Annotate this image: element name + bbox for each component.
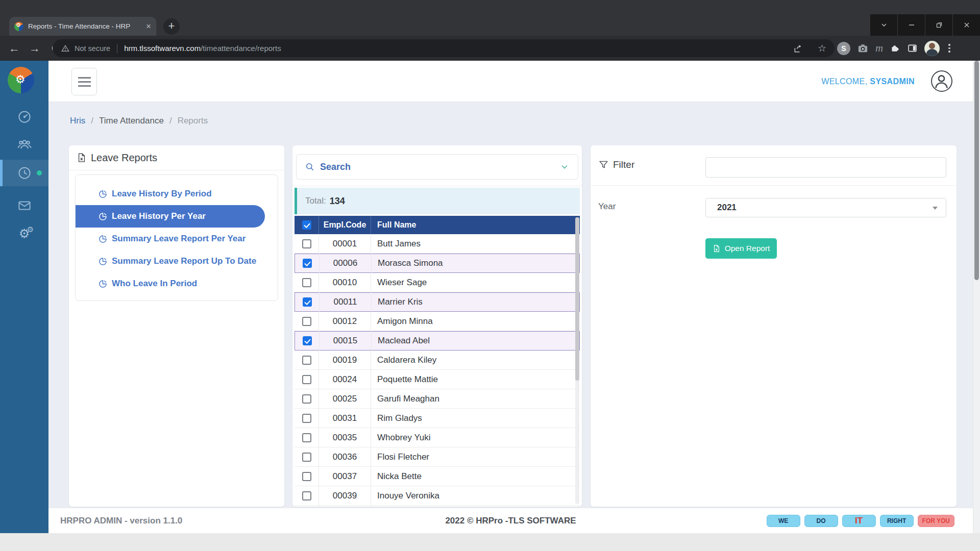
window-restore-icon[interactable] (925, 14, 952, 36)
sidebar-item-employees[interactable] (0, 132, 48, 158)
url-path: /timeattendance/reports (201, 44, 281, 53)
filter-input[interactable] (705, 157, 946, 178)
forward-icon[interactable]: → (24, 36, 45, 61)
search-collapse-header[interactable]: Search (296, 154, 578, 180)
select-caret-icon (933, 207, 938, 210)
page-scrollbar[interactable] (973, 61, 980, 533)
breadcrumb-reports: Reports (178, 116, 208, 126)
sidebar-item-dashboard[interactable] (0, 104, 48, 130)
sidebar-item-settings[interactable]: ⚙⚙ (0, 220, 48, 247)
open-report-button[interactable]: Open Report (705, 238, 777, 259)
row-checkbox[interactable] (303, 259, 312, 268)
employee-row[interactable]: 00015 Maclead Abel (295, 331, 580, 350)
employee-row[interactable]: 00031 Rim Gladys (295, 409, 580, 428)
window-minimize-icon[interactable] (897, 14, 925, 36)
window-chevron-icon[interactable] (870, 14, 897, 36)
app-footer: HRPRO ADMIN - version 1.1.0 2022 © HRPro… (48, 508, 973, 533)
pie-chart-icon (99, 280, 107, 288)
employee-table-body: 00001 Butt James 00006 Morasca Simona 00… (295, 234, 580, 506)
row-checkbox[interactable] (302, 317, 311, 326)
employee-row[interactable]: 00037 Nicka Bette (295, 467, 580, 486)
menu-item-label: Summary Leave Report Per Year (112, 234, 246, 244)
employee-name: Wieser Sage (371, 273, 580, 292)
employee-table-header: Empl.Code Full Name (295, 216, 580, 234)
employee-row[interactable]: 00036 Flosi Fletcher (295, 447, 580, 467)
app-logo[interactable] (8, 67, 34, 93)
year-label: Year (598, 202, 616, 212)
side-panel-icon[interactable] (907, 43, 918, 54)
back-icon[interactable]: ← (4, 36, 24, 61)
row-checkbox[interactable] (303, 297, 312, 307)
employee-row[interactable]: 00025 Garufi Meaghan (295, 389, 580, 409)
row-checkbox[interactable] (303, 336, 312, 345)
employee-name: Garufi Meaghan (371, 389, 580, 409)
site-favicon-icon (14, 22, 23, 31)
row-checkbox[interactable] (302, 278, 311, 287)
employee-code: 00011 (319, 292, 371, 312)
employee-row[interactable]: 00012 Amigon Minna (295, 312, 580, 331)
year-select[interactable]: 2021 (705, 198, 946, 217)
security-label: Not secure (75, 44, 110, 53)
leave-report-menu-item[interactable]: Who Leave In Period (76, 272, 265, 295)
leave-report-menu-item[interactable]: Summary Leave Report Per Year (76, 228, 265, 250)
total-bar: Total: 134 (295, 188, 580, 214)
new-tab-button[interactable]: + (163, 18, 180, 35)
browser-window: Reports - Time Attendance - HRP × + ← → (0, 0, 980, 551)
row-checkbox[interactable] (302, 356, 311, 365)
table-scrollbar[interactable] (575, 217, 579, 504)
dashboard-gauge-icon (17, 109, 32, 124)
employee-row[interactable]: 00019 Caldarera Kiley (295, 350, 580, 370)
row-checkbox[interactable] (302, 239, 311, 248)
chevron-down-icon[interactable] (559, 162, 570, 172)
sidebar-item-mail-reports[interactable] (0, 192, 48, 219)
window-close-icon[interactable] (952, 14, 980, 36)
employee-name: Inouye Veronika (371, 486, 580, 506)
column-header-name: Full Name (371, 216, 580, 234)
row-checkbox[interactable] (302, 433, 311, 442)
employee-row[interactable]: 00039 Inouye Veronika (295, 486, 580, 506)
breadcrumb-hris[interactable]: Hris (70, 116, 85, 126)
address-bar[interactable]: Not secure hrm.tlssoftwarevn.com /timeat… (53, 39, 835, 57)
row-checkbox[interactable] (302, 394, 311, 404)
sidebar-item-time-attendance[interactable] (0, 160, 48, 186)
extensions-puzzle-icon[interactable] (890, 43, 900, 54)
pie-chart-icon (99, 257, 107, 266)
breadcrumb-time-attendance[interactable]: Time Attendance (99, 116, 164, 126)
browser-toolbar: ← → Not secure hrm.tlssoftwarevn.com /ti… (0, 36, 980, 61)
pie-chart-icon (99, 235, 107, 243)
employee-row[interactable]: 00011 Marrier Kris (295, 292, 580, 312)
select-all-checkbox[interactable] (302, 220, 311, 230)
row-checkbox[interactable] (302, 453, 311, 462)
screenshot-extension-icon[interactable] (857, 42, 869, 54)
employee-row[interactable]: 00006 Morasca Simona (295, 254, 580, 273)
row-checkbox[interactable] (302, 472, 311, 481)
m-extension-icon[interactable]: m (875, 42, 883, 55)
report-file-icon (77, 153, 87, 163)
search-icon (305, 162, 315, 172)
row-checkbox[interactable] (302, 375, 311, 384)
row-checkbox[interactable] (302, 414, 311, 423)
leave-report-menu-item[interactable]: Leave History By Period (76, 183, 265, 205)
omnibox-divider (117, 44, 117, 53)
footer-badge: IT (842, 515, 876, 527)
leave-report-menu-item[interactable]: Summary Leave Report Up To Date (76, 250, 265, 272)
share-icon[interactable] (793, 43, 803, 54)
tab-close-icon[interactable]: × (146, 22, 151, 31)
employee-name: Caldarera Kiley (371, 350, 580, 370)
employee-code: 00006 (319, 254, 371, 273)
user-avatar-button[interactable] (931, 70, 952, 92)
browser-profile-avatar[interactable] (924, 41, 940, 56)
employee-row[interactable]: 00024 Poquette Mattie (295, 370, 580, 389)
breadcrumb: Hris / Time Attendance / Reports (70, 116, 208, 126)
bookmark-star-icon[interactable]: ☆ (818, 42, 826, 54)
skype-extension-icon[interactable]: S (837, 42, 850, 55)
menu-toggle-button[interactable] (71, 68, 97, 95)
browser-tab[interactable]: Reports - Time Attendance - HRP × (9, 17, 156, 36)
employee-row[interactable]: 00010 Wieser Sage (295, 273, 580, 292)
employee-row[interactable]: 00035 Whobrey Yuki (295, 428, 580, 447)
row-checkbox[interactable] (302, 491, 311, 500)
employee-row[interactable]: 00001 Butt James (295, 234, 580, 254)
footer-badges: WEDOITRIGHTFOR YOU (767, 515, 954, 527)
browser-menu-icon[interactable] (948, 44, 950, 53)
leave-report-menu-item[interactable]: Leave History Per Year (76, 205, 265, 228)
